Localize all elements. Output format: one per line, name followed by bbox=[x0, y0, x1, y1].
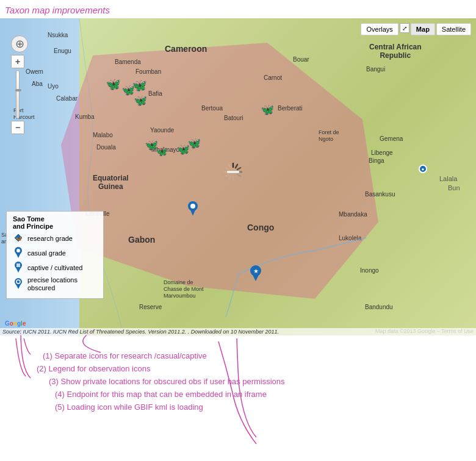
zoom-control: + − bbox=[11, 55, 24, 134]
svg-line-16 bbox=[226, 168, 229, 170]
legend-item-casual: casual grade bbox=[13, 247, 97, 259]
annotations-section: (1) Separate icons for research /casual/… bbox=[0, 341, 476, 461]
pan-control[interactable]: ⊕ bbox=[11, 35, 28, 52]
source-text: Source: IUCN 2011. IUCN Red List of Thre… bbox=[0, 328, 476, 335]
bird-marker-3: 🦋 bbox=[132, 78, 147, 93]
svg-line-14 bbox=[226, 174, 229, 176]
legend-item-obscured: precise locationsobscured bbox=[13, 276, 97, 292]
overlays-button[interactable]: Overlays bbox=[361, 23, 398, 35]
svg-marker-25 bbox=[16, 268, 21, 273]
location-marker-1: ● bbox=[419, 165, 427, 173]
svg-line-13 bbox=[229, 176, 231, 179]
sao-tome-label: Sao Tomeand Principe bbox=[13, 215, 97, 230]
svg-point-31 bbox=[16, 280, 20, 284]
svg-line-10 bbox=[237, 174, 240, 176]
svg-marker-30 bbox=[16, 284, 21, 289]
zoom-slider[interactable] bbox=[16, 70, 20, 119]
casual-grade-icon bbox=[13, 247, 24, 259]
pin-marker-star: ★ bbox=[250, 265, 261, 283]
zoom-in-button[interactable]: + bbox=[11, 55, 24, 68]
svg-point-2 bbox=[190, 204, 195, 209]
location-label-bun: Bun bbox=[448, 184, 460, 191]
bird-marker-4: 🦋 bbox=[134, 94, 147, 107]
legend-item-research: 🦋 research grade bbox=[13, 232, 97, 245]
svg-text:🦋: 🦋 bbox=[15, 235, 23, 242]
research-grade-label: research grade bbox=[27, 235, 73, 242]
location-label-lalala: Lalala bbox=[439, 175, 457, 182]
map-button[interactable]: Map bbox=[411, 23, 435, 35]
map-controls: Overlays ⤢ Map Satellite bbox=[361, 23, 471, 35]
satellite-button[interactable]: Satellite bbox=[436, 23, 471, 35]
loading-spinner bbox=[220, 159, 247, 187]
annotation-5: (5) Loading icon while GBIF kml is loadi… bbox=[55, 402, 464, 412]
svg-rect-18 bbox=[227, 171, 239, 173]
svg-line-7 bbox=[236, 165, 237, 168]
svg-marker-1 bbox=[190, 209, 196, 216]
page-title: Taxon map improvements bbox=[5, 5, 110, 15]
svg-line-11 bbox=[236, 176, 237, 179]
captive-label: captive / cultivated bbox=[27, 264, 83, 271]
bird-marker-6: 🦋 bbox=[156, 146, 168, 157]
zoom-out-button[interactable]: − bbox=[11, 121, 24, 134]
annotation-3: (3) Show private locations for obscured … bbox=[49, 377, 464, 386]
annotation-4: (4) Endpoint for this map that can be em… bbox=[55, 390, 464, 399]
research-grade-icon: 🦋 bbox=[13, 232, 24, 245]
obscured-label: precise locationsobscured bbox=[27, 276, 78, 292]
obscured-icon bbox=[13, 278, 24, 290]
bird-marker-1: 🦋 bbox=[106, 77, 121, 91]
svg-marker-22 bbox=[16, 253, 21, 258]
expand-icon[interactable]: ⤢ bbox=[400, 23, 409, 33]
svg-point-23 bbox=[16, 249, 20, 252]
svg-line-8 bbox=[237, 168, 240, 170]
legend-box: Sao Tomeand Principe 🦋 research grade ca… bbox=[6, 211, 104, 299]
svg-text:★: ★ bbox=[253, 268, 259, 274]
annotation-2: (2) Legend for observation icons bbox=[37, 364, 464, 373]
casual-grade-label: casual grade bbox=[27, 249, 66, 257]
bird-marker-9: 🦋 bbox=[261, 103, 274, 116]
svg-line-17 bbox=[229, 165, 231, 168]
zoom-slider-handle bbox=[15, 89, 21, 91]
captive-icon bbox=[13, 262, 24, 274]
bird-marker-8: 🦋 bbox=[187, 137, 201, 150]
svg-marker-4 bbox=[252, 274, 259, 281]
google-logo: Google bbox=[5, 320, 26, 327]
annotation-1: (1) Separate icons for research /casual/… bbox=[43, 351, 464, 360]
pin-marker-casual bbox=[188, 201, 198, 218]
legend-item-captive: captive / cultivated bbox=[13, 262, 97, 274]
map-container: Overlays ⤢ Map Satellite ⊕ + − Cameroon … bbox=[0, 18, 476, 335]
